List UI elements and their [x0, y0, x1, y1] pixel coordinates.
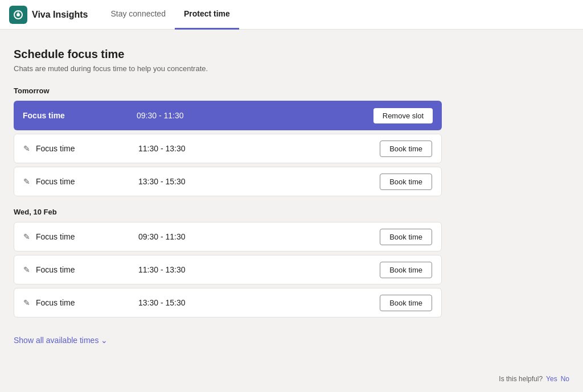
slot-tomorrow-2: ✎ Focus time 13:30 - 15:30 Book time	[14, 167, 442, 196]
slot-label-wed-1: Focus time	[36, 232, 138, 241]
slot-time-wed-3: 13:30 - 15:30	[138, 298, 380, 307]
app-header: Viva Insights Stay connected Protect tim…	[0, 0, 583, 30]
slot-wed-3: ✎ Focus time 13:30 - 15:30 Book time	[14, 288, 442, 317]
slot-label-2: Focus time	[36, 177, 138, 186]
slot-time-wed-2: 11:30 - 13:30	[138, 265, 380, 274]
book-button-wed-3[interactable]: Book time	[380, 295, 432, 311]
helpful-label: Is this helpful?	[499, 375, 543, 383]
page-subtitle: Chats are muted during focus time to hel…	[14, 64, 442, 73]
slot-time-2: 13:30 - 15:30	[138, 177, 380, 186]
slot-time-wed-1: 09:30 - 11:30	[138, 232, 380, 241]
section-wed-10-feb: Wed, 10 Feb ✎ Focus time 09:30 - 11:30 B…	[14, 208, 442, 317]
section-label-wed: Wed, 10 Feb	[14, 208, 442, 216]
no-button[interactable]: No	[561, 375, 569, 383]
app-logo: Viva Insights	[9, 6, 88, 24]
edit-icon-2: ✎	[23, 177, 30, 186]
show-all-label: Show all available times	[14, 336, 98, 345]
slot-wed-2: ✎ Focus time 11:30 - 13:30 Book time	[14, 255, 442, 284]
section-label-tomorrow: Tomorrow	[14, 86, 442, 95]
footer: Is this helpful? Yes No	[499, 375, 569, 383]
show-all-button[interactable]: Show all available times ⌄	[14, 336, 108, 345]
tab-stay-connected[interactable]: Stay connected	[101, 0, 175, 30]
remove-slot-button[interactable]: Remove slot	[373, 108, 433, 123]
book-button-tomorrow-2[interactable]: Book time	[380, 174, 432, 190]
chevron-down-icon: ⌄	[101, 336, 108, 345]
tab-protect-time[interactable]: Protect time	[175, 0, 239, 30]
slot-tomorrow-1: ✎ Focus time 11:30 - 13:30 Book time	[14, 134, 442, 163]
booked-slot-time: 09:30 - 11:30	[137, 111, 373, 120]
logo-icon	[9, 6, 27, 24]
edit-icon-1: ✎	[23, 144, 30, 153]
edit-icon-3: ✎	[23, 232, 30, 241]
booked-slot-label: Focus time	[23, 111, 137, 120]
book-button-wed-1[interactable]: Book time	[380, 229, 432, 245]
page-title: Schedule focus time	[14, 48, 442, 61]
slot-label-1: Focus time	[36, 144, 138, 153]
nav-tabs: Stay connected Protect time	[101, 0, 239, 29]
slot-label-wed-3: Focus time	[36, 298, 138, 307]
yes-button[interactable]: Yes	[546, 375, 557, 383]
slot-time-1: 11:30 - 13:30	[138, 144, 380, 153]
app-title: Viva Insights	[32, 10, 88, 20]
edit-icon-4: ✎	[23, 265, 30, 274]
main-content: Schedule focus time Chats are muted duri…	[0, 30, 455, 358]
slot-label-wed-2: Focus time	[36, 265, 138, 274]
booked-slot: Focus time 09:30 - 11:30 Remove slot	[14, 101, 442, 130]
book-button-tomorrow-1[interactable]: Book time	[380, 141, 432, 157]
section-tomorrow: Tomorrow Focus time 09:30 - 11:30 Remove…	[14, 86, 442, 196]
slot-wed-1: ✎ Focus time 09:30 - 11:30 Book time	[14, 222, 442, 251]
edit-icon-5: ✎	[23, 298, 30, 307]
book-button-wed-2[interactable]: Book time	[380, 262, 432, 278]
